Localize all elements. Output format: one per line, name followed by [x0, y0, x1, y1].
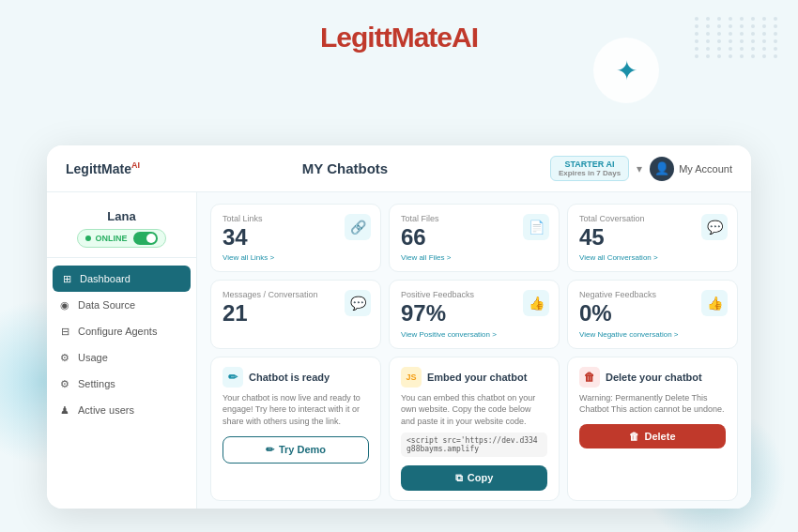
stat-total-files: 📄 Total Files 66 View all Files > — [389, 204, 560, 272]
action-embed-desc: You can embed this chatbot on your own w… — [401, 392, 547, 428]
action-card-embed: JS Embed your chatbot You can embed this… — [389, 357, 560, 501]
stat-positive-icon: 👍 — [523, 290, 549, 316]
pencil-icon: ✏ — [223, 367, 243, 388]
top-bar-logo: LegittMateAI — [66, 160, 140, 176]
dropdown-arrow[interactable]: ▾ — [637, 162, 642, 175]
starter-badge[interactable]: STARTER AI Expires in 7 Days — [550, 156, 629, 181]
dashboard-card: LegittMateAI MY Chatbots STARTER AI Expi… — [47, 145, 751, 509]
delete-button[interactable]: 🗑 Delete — [579, 424, 726, 448]
main-content: Lana ONLINE ⊞ Dashboard ◉ Data Source ⊟ … — [47, 192, 751, 509]
delete-label: Delete — [644, 431, 675, 442]
stat-negative-link[interactable]: View Negative conversation > — [579, 330, 726, 339]
active-users-icon: ♟ — [58, 403, 71, 417]
brand-logo: LegittMateAI — [320, 19, 478, 75]
stat-total-links: 🔗 Total Links 34 View all Links > — [210, 204, 381, 272]
stat-links-icon: 🔗 — [345, 214, 371, 240]
top-bar-right: STARTER AI Expires in 7 Days ▾ 👤 My Acco… — [550, 156, 732, 181]
embed-code-snippet: <script src='https://dev.d334g88bayms.am… — [401, 433, 547, 457]
action-grid: ✏ Chatbot is ready Your chatbot is now l… — [210, 357, 738, 501]
account-avatar: 👤 — [650, 157, 674, 181]
online-label: ONLINE — [95, 234, 127, 243]
stat-links-link[interactable]: View all Links > — [223, 253, 369, 262]
action-delete-desc: Warning: Permanently Delete This Chatbot… — [579, 392, 726, 416]
sparkle-wrapper: ✦ — [593, 38, 659, 103]
stat-negative-icon: 👍 — [701, 290, 728, 316]
online-dot — [85, 236, 91, 241]
copy-button[interactable]: ⧉ Copy — [401, 465, 547, 491]
sidebar-item-configure-agents[interactable]: ⊟ Configure Agents — [47, 318, 196, 344]
stat-messages: 💬 Messages / Conversation 21 — [210, 280, 381, 348]
dashboard-icon: ⊞ — [60, 272, 73, 285]
stat-files-link[interactable]: View all Files > — [401, 253, 547, 262]
sidebar-item-label: Dashboard — [80, 273, 130, 284]
settings-icon: ⚙ — [58, 377, 71, 390]
sidebar-item-dashboard[interactable]: ⊞ Dashboard — [53, 266, 191, 292]
online-badge: ONLINE — [77, 229, 165, 248]
action-delete-header: 🗑 Delete your chatbot — [579, 367, 726, 388]
sidebar-item-label: Settings — [78, 378, 115, 389]
stat-total-conversation: 💬 Total Coversation 45 View all Conversa… — [567, 204, 738, 272]
action-chatbot-ready-desc: Your chatbot is now live and ready to en… — [223, 392, 369, 428]
stat-files-icon: 📄 — [523, 214, 549, 240]
account-label: My Account — [679, 163, 732, 175]
top-bar-title: MY Chatbots — [302, 160, 388, 176]
trash-icon: 🗑 — [579, 367, 600, 388]
action-embed-header: JS Embed your chatbot — [401, 367, 547, 388]
sidebar-item-label: Active users — [78, 404, 134, 416]
sparkle-icon: ✦ — [616, 55, 637, 86]
sidebar-item-settings[interactable]: ⚙ Settings — [47, 371, 196, 397]
action-delete-title: Delete your chatbot — [606, 372, 702, 383]
delete-icon: 🗑 — [629, 431, 639, 442]
online-toggle[interactable] — [133, 232, 158, 245]
action-card-chatbot-ready: ✏ Chatbot is ready Your chatbot is now l… — [210, 357, 381, 501]
stat-positive-link[interactable]: View Positive conversation > — [401, 330, 547, 339]
sidebar-user-name: Lana — [56, 209, 187, 223]
sidebar-item-active-users[interactable]: ♟ Active users — [47, 397, 196, 423]
try-demo-label: Try Demo — [279, 444, 326, 455]
sidebar-item-usage[interactable]: ⚙ Usage — [47, 344, 196, 371]
data-source-icon: ◉ — [58, 298, 71, 312]
sidebar-item-label: Data Source — [78, 299, 135, 311]
stat-negative: 👍 Negative Feedbacks 0% View Negative co… — [567, 280, 738, 348]
stats-grid: 🔗 Total Links 34 View all Links > 📄 Tota… — [210, 204, 738, 349]
stat-positive: 👍 Positive Feedbacks 97% View Positive c… — [389, 280, 560, 348]
stat-conversation-link[interactable]: View all Conversation > — [579, 253, 726, 262]
copy-label: Copy — [468, 472, 494, 483]
top-bar: LegittMateAI MY Chatbots STARTER AI Expi… — [47, 145, 751, 192]
try-demo-icon: ✏ — [266, 444, 274, 456]
copy-icon: ⧉ — [455, 472, 463, 484]
sidebar-item-label: Configure Agents — [78, 326, 157, 337]
sidebar-item-label: Usage — [78, 352, 108, 363]
stat-messages-icon: 💬 — [345, 290, 371, 316]
action-embed-title: Embed your chatbot — [427, 372, 527, 383]
action-chatbot-ready-title: Chatbot is ready — [249, 372, 330, 383]
account-area[interactable]: 👤 My Account — [650, 157, 732, 181]
try-demo-button[interactable]: ✏ Try Demo — [223, 436, 369, 464]
sidebar: Lana ONLINE ⊞ Dashboard ◉ Data Source ⊟ … — [47, 192, 197, 509]
content-area: 🔗 Total Links 34 View all Links > 📄 Tota… — [197, 192, 751, 509]
action-card-delete: 🗑 Delete your chatbot Warning: Permanent… — [567, 357, 738, 501]
sidebar-user: Lana ONLINE — [47, 204, 196, 258]
usage-icon: ⚙ — [58, 351, 71, 364]
js-icon: JS — [401, 367, 422, 388]
action-chatbot-ready-header: ✏ Chatbot is ready — [223, 367, 369, 388]
configure-icon: ⊟ — [58, 325, 71, 338]
stat-conversation-icon: 💬 — [701, 214, 728, 240]
logo-header: ✦ LegittMateAI — [0, 19, 798, 75]
sidebar-item-data-source[interactable]: ◉ Data Source — [47, 292, 196, 318]
